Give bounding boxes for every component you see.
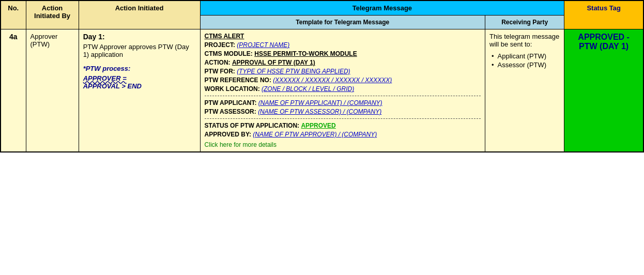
col-no: No. (1, 1, 26, 29)
divider-2 (205, 118, 481, 119)
ctms-module-line: CTMS MODULE: HSSE PERMIT-TO-WORK MODULE (205, 50, 481, 57)
ptw-ref-line: PTW REFERENCE NO: (XXXXXX / XXXXXX / XXX… (205, 77, 481, 84)
ptw-for-line: PTW FOR: (TYPE OF HSSE PTW BEING APPLIED… (205, 68, 481, 75)
ctms-alert: CTMS ALERT (205, 33, 481, 40)
click-here-link[interactable]: Click here for more details (205, 141, 481, 148)
ptw-assessor-line: PTW ASSESSOR: (NAME OF PTW ASSESSOR) / (… (205, 108, 481, 115)
col-receiving-party: Receiving Party (485, 16, 564, 29)
receiving-party-item-2: Assessor (PTW) (492, 61, 560, 69)
receiving-party-label: Receiving Party (501, 19, 548, 26)
col-initiated-by-label: Action Initiated By (34, 4, 70, 20)
col-initiated-by: Action Initiated By (26, 1, 79, 29)
divider-1 (205, 96, 481, 96)
main-table: No. Action Initiated By Action Initiated… (0, 0, 644, 152)
header-row-1: No. Action Initiated By Action Initiated… (1, 1, 643, 16)
ptw-applicant-line: PTW APPLICANT: (NAME OF PTW APPLICANT) /… (205, 99, 481, 106)
status-tag-value: APPROVED - PTW (DAY 1) (578, 33, 630, 51)
col-status-tag: Status Tag (564, 1, 643, 29)
row-initiated-by: Approver (PTW) (26, 29, 79, 152)
table-row: 4a Approver (PTW) Day 1: PTW Approver ap… (1, 29, 643, 152)
col-action-initiated-label: Action Initiated (115, 4, 164, 12)
action-description: PTW Approver approves PTW (Day 1) applic… (83, 43, 196, 58)
receiving-party-intro: This telegram message will be sent to: (489, 33, 560, 48)
action-line: ACTION: APPROVAL OF PTW (DAY 1) (205, 59, 481, 66)
telegram-template-cell: CTMS ALERT PROJECT: (PROJECT NAME) CTMS … (200, 29, 485, 152)
project-line: PROJECT: (PROJECT NAME) (205, 41, 481, 49)
day-label: Day 1: (83, 33, 196, 41)
approved-by-line: APPROVED BY: (NAME OF PTW APPROVER) / (C… (205, 131, 481, 138)
ptw-process-label: *PTW process: (83, 65, 196, 72)
row-no: 4a (1, 29, 26, 152)
work-location-line: WORK LOCATION: (ZONE / BLOCK / LEVEL / G… (205, 85, 481, 93)
approver-line: APPROVER = (83, 74, 196, 82)
receiving-party-cell: This telegram message will be sent to: A… (485, 29, 564, 152)
template-label: Template for Telegram Message (296, 19, 389, 26)
col-no-label: No. (8, 4, 19, 12)
status-tag-header-label: Status Tag (587, 4, 621, 12)
approval-end: APPROVAL > END (83, 82, 196, 90)
telegram-header-label: Telegram Message (352, 4, 412, 12)
col-action-initiated: Action Initiated (79, 1, 200, 29)
receiving-party-item-1: Applicant (PTW) (492, 52, 560, 60)
status-tag-cell: APPROVED - PTW (DAY 1) (564, 29, 643, 152)
row-action-initiated: Day 1: PTW Approver approves PTW (Day 1)… (79, 29, 200, 152)
col-template: Template for Telegram Message (200, 16, 485, 29)
col-telegram-message: Telegram Message (200, 1, 564, 16)
status-line: STATUS OF PTW APPLICATION: APPROVED (205, 122, 481, 129)
